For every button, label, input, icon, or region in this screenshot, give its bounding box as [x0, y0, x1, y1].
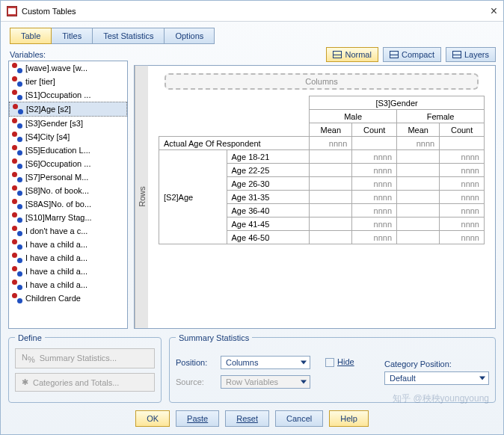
position-label: Position: [176, 358, 216, 367]
variable-item[interactable]: I don't have a c... [9, 224, 127, 238]
categories-totals-button[interactable]: ✱Categories and Totals... [15, 373, 155, 392]
hide-label: Hide [337, 357, 354, 366]
variable-icon [12, 132, 22, 142]
variable-item[interactable]: [S3]Gender [s3] [9, 117, 127, 130]
variable-icon [12, 63, 22, 73]
variable-icon [12, 293, 22, 303]
variable-item[interactable]: tier [tier] [9, 75, 127, 88]
variable-icon [12, 266, 22, 277]
variable-item[interactable]: Children Carde [9, 291, 127, 305]
variable-item[interactable]: I have a child a... [9, 278, 127, 291]
tabstrip: Table Titles Test Statistics Options [1, 22, 503, 44]
table-canvas[interactable]: Columns [S3]GenderMaleFemaleMeanCountMea… [148, 66, 495, 328]
cancel-button[interactable]: Cancel [275, 410, 323, 427]
variables-list[interactable]: [wave].wave [w...tier [tier][S1]Occupati… [8, 61, 128, 329]
variable-item[interactable]: [S10]Marry Stag... [9, 211, 127, 224]
category-position-label: Category Position: [384, 360, 489, 368]
help-button[interactable]: Help [329, 410, 369, 427]
variable-item[interactable]: [S7]Personal M... [9, 170, 127, 184]
variable-icon [12, 172, 22, 182]
variable-item[interactable]: [S2]Age [s2] [9, 102, 127, 117]
variable-item[interactable]: [S8]No. of book... [9, 184, 127, 197]
tab-test-statistics[interactable]: Test Statistics [92, 28, 165, 44]
chevron-down-icon [301, 380, 307, 383]
tab-options[interactable]: Options [164, 28, 215, 44]
variable-item[interactable]: [S1]Occupation ... [9, 88, 127, 102]
summary-statistics-button[interactable]: N%Summary Statistics... [15, 348, 155, 368]
source-select: Row Variables [221, 375, 310, 389]
summary-statistics-group: Summary Statistics Position: Columns Hid… [169, 333, 496, 403]
variable-item[interactable]: I have a child a... [9, 265, 127, 278]
layers-button[interactable]: Layers [446, 47, 496, 62]
preview-table: [S3]GenderMaleFemaleMeanCountMeanCountAc… [159, 96, 485, 244]
variable-item[interactable]: I have a child a... [9, 238, 127, 251]
columns-dropzone[interactable]: Columns [165, 73, 479, 90]
tab-titles[interactable]: Titles [51, 28, 93, 44]
normal-button[interactable]: Normal [326, 47, 378, 62]
variable-icon [12, 118, 22, 129]
compact-button[interactable]: Compact [383, 47, 441, 62]
variable-icon [12, 239, 22, 250]
reset-button[interactable]: Reset [225, 410, 269, 427]
variable-item[interactable]: [S6]Occupation ... [9, 157, 127, 170]
rows-gutter: Rows [135, 66, 148, 328]
position-select[interactable]: Columns [221, 356, 310, 369]
variable-item[interactable]: I have a child a... [9, 251, 127, 265]
table-icon [390, 51, 399, 58]
variable-icon [12, 76, 22, 87]
variable-icon [12, 90, 22, 100]
variable-icon [12, 253, 22, 263]
variable-item[interactable]: [S5]Education L... [9, 144, 127, 157]
variable-icon [12, 226, 22, 236]
define-group: Define N%Summary Statistics... ✱Categori… [8, 333, 162, 403]
chevron-down-icon [479, 376, 485, 380]
variable-icon [12, 185, 22, 196]
app-icon [7, 6, 17, 16]
tab-table[interactable]: Table [10, 28, 52, 44]
hide-checkbox[interactable] [325, 358, 334, 367]
variable-icon [12, 199, 22, 209]
paste-button[interactable]: Paste [176, 410, 219, 427]
variables-label: Variables: [10, 50, 128, 59]
variable-icon [13, 104, 23, 114]
variable-item[interactable]: [S8AS]No. of bo... [9, 197, 127, 211]
variable-icon [12, 158, 22, 169]
variable-icon [12, 280, 22, 290]
variable-icon [12, 145, 22, 155]
window-title: Custom Tables [22, 7, 76, 16]
close-icon[interactable]: × [491, 4, 497, 18]
variable-item[interactable]: [S4]City [s4] [9, 130, 127, 144]
layers-icon [452, 51, 461, 58]
ok-button[interactable]: OK [135, 410, 170, 427]
variable-icon [12, 212, 22, 223]
variable-item[interactable]: [wave].wave [w... [9, 61, 127, 75]
table-icon [333, 51, 342, 58]
source-label: Source: [176, 377, 216, 386]
category-position-select[interactable]: Default [384, 371, 489, 385]
chevron-down-icon [301, 360, 307, 364]
